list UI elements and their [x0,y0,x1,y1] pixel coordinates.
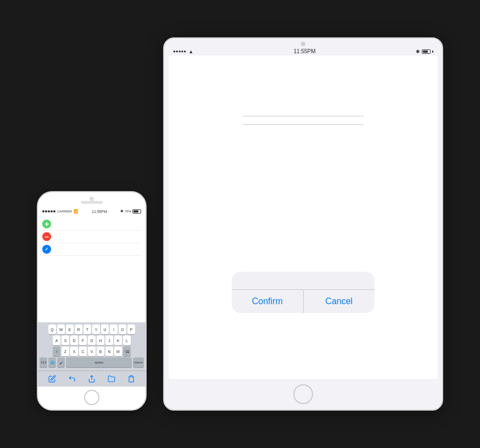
key-j[interactable]: J [105,335,113,345]
iphone-top [38,192,146,208]
iphone-home-button[interactable] [84,390,99,405]
list-item[interactable]: – [42,231,141,243]
key-y[interactable]: Y [92,324,100,334]
key-f[interactable]: F [79,335,87,345]
bluetooth-icon: ✱ [120,209,124,214]
key-a[interactable]: A [53,335,60,345]
check-button[interactable]: ✓ [42,245,51,254]
key-backspace[interactable]: ⌫ [123,346,131,356]
key-space[interactable]: space [66,357,132,367]
iphone-time: 11:55PM [92,210,107,214]
key-h[interactable]: H [97,335,104,345]
key-v[interactable]: V [88,346,96,356]
keyboard: Q W E R T Y U I O P A S D F G H [38,322,146,371]
key-x[interactable]: X [70,346,78,356]
ipad-camera [301,42,305,46]
list-item[interactable]: ✓ [42,243,141,256]
key-g[interactable]: G [88,335,96,345]
ipad-status-bar: ●●●●● ▲ 11:55PM ✱ [164,47,442,55]
keyboard-row-4: 123 🌐 🎤 space return [40,357,144,367]
ipad-battery-area: ✱ [416,49,433,54]
key-emoji[interactable]: 🌐 [48,357,56,367]
signal-icon [42,210,55,212]
key-e[interactable]: E [66,324,74,334]
battery-pct-label: 75% [125,210,131,213]
key-t[interactable]: T [83,324,91,334]
toolbar-trash-icon[interactable] [126,373,137,384]
key-m[interactable]: M [114,346,122,356]
key-z[interactable]: Z [62,346,69,356]
ipad-text-lines [243,116,364,132]
toolbar-compose-icon[interactable] [47,373,58,384]
key-l[interactable]: L [123,335,131,345]
iphone-list: + – ✓ [38,215,146,322]
ipad-time: 11:55PM [294,48,316,54]
key-w[interactable]: W [57,324,65,334]
iphone-home-area [38,387,146,410]
key-i[interactable]: I [110,324,118,334]
ipad-battery-icon [422,49,431,54]
carrier-label: CARRIER [57,210,72,213]
key-u[interactable]: U [101,324,109,334]
action-sheet-buttons: Confirm Cancel [232,290,375,313]
key-b[interactable]: B [97,346,104,356]
iphone-battery-area: ✱ 75% [120,209,141,214]
cancel-button[interactable]: Cancel [304,290,375,313]
iphone-status-bar: CARRIER 📶 11:55PM ✱ 75% [38,208,146,215]
battery-icon [132,209,141,214]
ipad-home-button[interactable] [293,384,313,404]
key-k[interactable]: K [114,335,122,345]
key-s[interactable]: S [62,335,69,345]
toolbar-undo-icon[interactable] [66,373,77,384]
ipad-text-line-1 [243,116,364,116]
key-p[interactable]: P [127,324,135,334]
ipad-text-line-2 [243,124,364,125]
iphone-content: + – ✓ Q W E R T Y U I [38,215,146,387]
key-q[interactable]: Q [48,324,56,334]
toolbar-share-icon[interactable] [86,373,97,384]
iphone-toolbar [38,371,146,387]
list-item[interactable]: + [42,218,141,231]
key-shift[interactable]: ⇧ [53,346,60,356]
ipad-wifi-icon: ▲ [188,49,193,54]
keyboard-row-3: ⇧ Z X C V B N M ⌫ [40,346,144,356]
ipad-device: ●●●●● ▲ 11:55PM ✱ Conf [163,37,443,411]
remove-button[interactable]: – [42,232,51,241]
confirm-button[interactable]: Confirm [232,290,303,313]
key-n[interactable]: N [105,346,113,356]
keyboard-row-2: A S D F G H J K L [40,335,144,345]
iphone-speaker [81,201,103,204]
ipad-content: Confirm Cancel [169,55,438,379]
key-c[interactable]: C [79,346,87,356]
action-sheet-top [232,272,375,289]
ipad-home-area [164,381,442,410]
iphone-status-left: CARRIER 📶 [42,209,79,214]
key-d[interactable]: D [70,335,78,345]
ipad-status-left: ●●●●● ▲ [173,49,193,54]
ipad-bluetooth-icon: ✱ [416,49,420,54]
toolbar-folder-icon[interactable] [106,373,117,384]
battery-tip [432,51,433,53]
add-button[interactable]: + [42,220,51,228]
action-sheet: Confirm Cancel [232,272,375,313]
key-mic[interactable]: 🎤 [57,357,65,367]
iphone-device: CARRIER 📶 11:55PM ✱ 75% + – [37,191,147,411]
keyboard-row-1: Q W E R T Y U I O P [40,324,144,334]
iphone-camera [90,197,94,201]
key-o[interactable]: O [119,324,126,334]
ipad-top-bar [164,38,442,47]
wifi-icon: 📶 [74,209,79,214]
key-return[interactable]: return [133,357,144,367]
ipad-carrier-dots: ●●●●● [173,49,186,54]
key-r[interactable]: R [75,324,82,334]
key-numbers[interactable]: 123 [40,357,47,367]
